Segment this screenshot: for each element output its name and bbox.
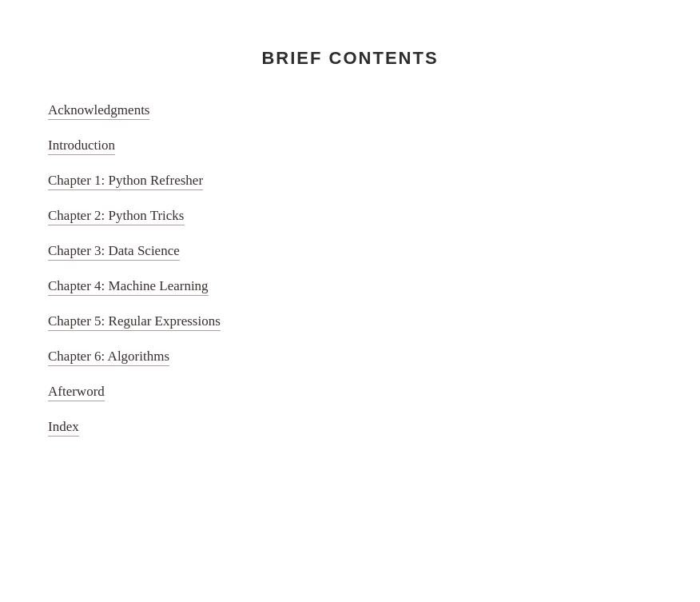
toc-list: AcknowledgmentsIntroductionChapter 1: Py… xyxy=(48,102,652,454)
toc-item: Chapter 4: Machine Learning xyxy=(48,278,652,313)
toc-item: Chapter 6: Algorithms xyxy=(48,349,652,384)
toc-item: Afterword xyxy=(48,384,652,419)
toc-item: Chapter 1: Python Refresher xyxy=(48,173,652,208)
toc-link-8[interactable]: Afterword xyxy=(48,384,105,401)
toc-item: Chapter 5: Regular Expressions xyxy=(48,313,652,349)
toc-link-9[interactable]: Index xyxy=(48,419,79,437)
toc-link-2[interactable]: Chapter 1: Python Refresher xyxy=(48,173,203,190)
toc-link-0[interactable]: Acknowledgments xyxy=(48,102,149,120)
toc-item: Index xyxy=(48,419,652,454)
toc-link-5[interactable]: Chapter 4: Machine Learning xyxy=(48,278,209,296)
toc-link-3[interactable]: Chapter 2: Python Tricks xyxy=(48,208,185,225)
toc-link-6[interactable]: Chapter 5: Regular Expressions xyxy=(48,313,221,331)
toc-link-7[interactable]: Chapter 6: Algorithms xyxy=(48,349,169,366)
toc-item: Chapter 3: Data Science xyxy=(48,243,652,278)
toc-item: Acknowledgments xyxy=(48,102,652,138)
toc-item: Introduction xyxy=(48,138,652,173)
toc-item: Chapter 2: Python Tricks xyxy=(48,208,652,243)
toc-link-1[interactable]: Introduction xyxy=(48,138,115,155)
page-container: BRIEF CONTENTS AcknowledgmentsIntroducti… xyxy=(0,0,700,602)
page-title: BRIEF CONTENTS xyxy=(48,48,652,69)
toc-link-4[interactable]: Chapter 3: Data Science xyxy=(48,243,180,261)
